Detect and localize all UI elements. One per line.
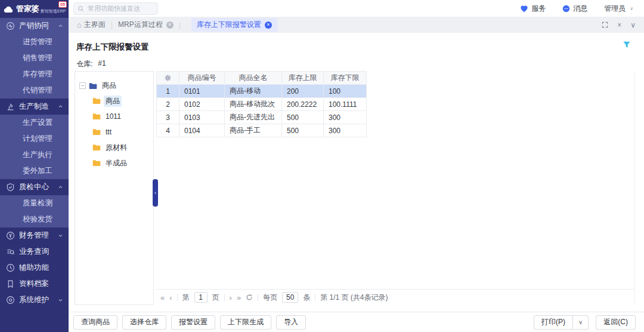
app-window: 管家婆 辉煌智造ERP 05 产销协同 进货管理销售管理库存管理代销管理 [0,0,644,332]
pager-divider [315,294,315,301]
quick-search[interactable] [73,2,158,15]
category-tree-panel: − 商品 商品 1011 [75,71,154,305]
pager-divider [224,294,225,301]
folder-icon [92,97,101,104]
close-icon[interactable]: × [166,21,174,29]
pagination-bar: « ‹ 第 页 › » 每页 条 第 1/1 页 (共4条记录) [156,289,634,305]
table-row[interactable]: 3 0103 商品-先进先出 500 300 [157,111,367,124]
panel-collapse-handle[interactable]: ‹ [153,179,158,207]
last-page-icon[interactable]: » [237,294,241,302]
tree-item-label: 商品 [104,96,122,107]
service-link[interactable]: 服务 [520,4,546,14]
sidebar-item-label: 业务查询 [19,247,49,257]
prev-page-icon[interactable]: ‹ [169,294,172,302]
search-input[interactable] [86,4,154,13]
tree-root-item[interactable]: − 商品 [75,78,153,93]
tree-item[interactable]: 原材料 [75,140,153,155]
column-settings-cell[interactable] [157,72,179,85]
fullscreen-icon[interactable] [602,21,608,28]
version-badge: 05 [58,1,67,8]
sidebar-item-business-query[interactable]: 业务查询 [0,244,69,260]
per-page-unit: 条 [303,293,310,303]
product-name-cell: 商品-手工 [225,124,282,137]
product-name-cell: 商品-移动 [225,85,282,98]
tree-children: 商品 1011 ttt [75,93,153,171]
tree-item[interactable]: 半成品 [75,155,153,171]
search-icon [78,5,84,12]
sidebar-subitem[interactable]: 校验发货 [0,211,69,228]
messages-link[interactable]: 消息 [562,4,587,14]
sidebar-item-production[interactable]: 生产制造 [0,99,69,115]
sidebar-subitem[interactable]: 质量检测 [0,195,69,211]
sidebar-subitem[interactable]: 进货管理 [0,34,69,50]
folder-icon [89,82,97,90]
tab-home[interactable]: ⌂ 主界面 [77,20,106,30]
refresh-icon[interactable] [246,294,253,301]
sidebar-item-system-maintenance[interactable]: 系统维护 [0,292,69,308]
sidebar-subitem[interactable]: 生产设置 [0,115,69,131]
tree-item-label: 1011 [104,112,123,121]
tab-inventory-alert[interactable]: 库存上下限报警设置 × [191,18,277,32]
chevron-down-icon[interactable]: ∨ [630,21,636,29]
table-row[interactable]: 4 0104 商品-手工 500 300 [157,124,367,137]
folder-icon [92,113,101,120]
sidebar-item-label: 质检中心 [19,182,49,192]
footer-action-button[interactable]: 上下限生成 [220,315,271,330]
filter-icon[interactable] [623,41,631,49]
warehouse-value: #1 [98,59,106,69]
sidebar-item-label: 产销协同 [19,21,49,31]
finance-icon [6,231,15,240]
sidebar-group-quality: 质检中心 质量检测校验发货 [0,179,69,228]
app-logo: 管家婆 辉煌智造ERP 05 [0,0,69,18]
collapse-icon[interactable]: − [79,82,86,89]
tree-item[interactable]: ttt [75,124,153,140]
activity-icon [6,21,15,30]
tree-item[interactable]: 商品 [75,93,153,109]
user-menu[interactable]: 管理员 ∨ [604,4,633,14]
footer-action-button[interactable]: 报警设置 [171,315,215,330]
tree-item[interactable]: 1011 [75,109,153,124]
column-header[interactable]: 商品全名 [225,72,282,85]
sidebar-subitem[interactable]: 委外加工 [0,163,69,179]
column-header[interactable]: 库存上限 [282,72,324,85]
table-row[interactable]: 1 0101 商品-移动 200 100 [157,85,367,98]
close-tab-icon[interactable]: × [617,21,621,29]
table-row[interactable]: 2 0102 商品-移动批次 200.2222 100.1111 [157,98,367,111]
per-page-input[interactable] [282,292,298,303]
sidebar-item-quality[interactable]: 质检中心 [0,179,69,195]
sidebar-subitem[interactable]: 代销管理 [0,82,69,99]
chevron-down-icon [58,297,63,303]
page-label-pre: 第 [182,293,190,303]
sidebar-subitem[interactable]: 销售管理 [0,50,69,66]
sidebar-item-auxiliary[interactable]: 辅助功能 [0,260,69,276]
tab-mrp[interactable]: MRP运算过程 × [118,20,174,30]
pagination-info: 第 1/1 页 (共4条记录) [320,293,388,303]
folder-icon [92,128,101,136]
column-header[interactable]: 库存下限 [324,72,367,85]
sidebar-subitem[interactable]: 生产执行 [0,147,69,163]
print-button[interactable]: 打印(P) [534,315,573,330]
footer-right-group: 打印(P) ∨ 返回(C) [534,315,636,330]
close-icon[interactable]: × [265,21,272,29]
footer-action-button[interactable]: 选择仓库 [122,315,166,330]
footer-action-button[interactable]: 导入 [276,315,306,330]
print-dropdown-button[interactable]: ∨ [573,315,589,330]
first-page-icon[interactable]: « [160,294,165,302]
sidebar-subitem[interactable]: 库存管理 [0,66,69,82]
back-button[interactable]: 返回(C) [596,315,636,330]
sidebar-item-finance[interactable]: 财务管理 [0,228,69,244]
row-number-cell: 1 [157,85,179,98]
footer-action-button[interactable]: 查询商品 [73,315,117,330]
column-header[interactable]: 商品编号 [179,72,225,85]
sidebar-group-production: 生产制造 生产设置计划管理生产执行委外加工 [0,99,69,179]
sidebar-item-label: 生产制造 [19,102,49,112]
upper-limit-cell: 200.2222 [282,98,324,111]
shield-check-icon [6,183,15,192]
sidebar-item-archives[interactable]: 资料档案 [0,276,69,292]
next-page-icon[interactable]: › [230,294,232,302]
sidebar-subitem[interactable]: 计划管理 [0,131,69,147]
chevron-up-icon [58,23,63,29]
page-number-input[interactable] [194,292,208,303]
product-name-cell: 商品-移动批次 [225,98,282,111]
sidebar-item-sales-coordination[interactable]: 产销协同 [0,18,69,34]
